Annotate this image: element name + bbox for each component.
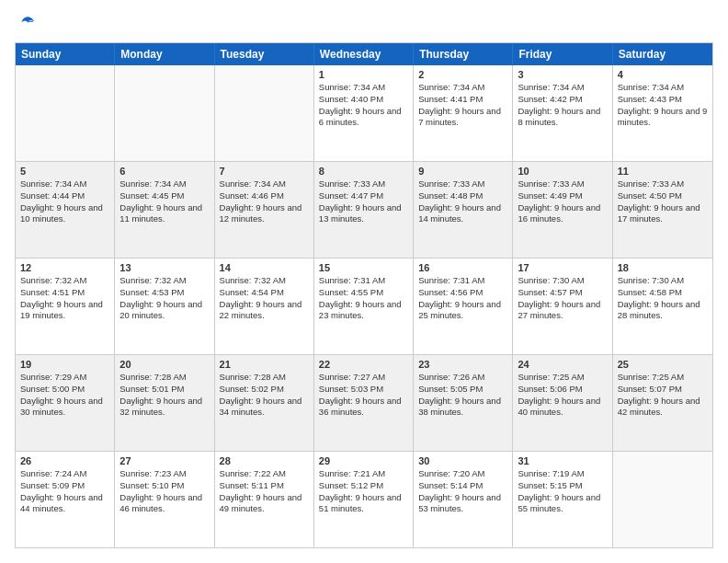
calendar-day-18: 18Sunrise: 7:30 AM Sunset: 4:58 PM Dayli… [613,259,712,354]
calendar-day-31: 31Sunrise: 7:19 AM Sunset: 5:15 PM Dayli… [513,452,612,547]
calendar-day-6: 6Sunrise: 7:34 AM Sunset: 4:45 PM Daylig… [115,162,214,258]
calendar-day-15: 15Sunrise: 7:31 AM Sunset: 4:55 PM Dayli… [314,259,414,354]
day-info: Sunrise: 7:33 AM Sunset: 4:47 PM Dayligh… [319,178,408,225]
day-info: Sunrise: 7:34 AM Sunset: 4:45 PM Dayligh… [119,178,209,225]
calendar-day-19: 19Sunrise: 7:29 AM Sunset: 5:00 PM Dayli… [16,355,115,451]
header-cell-tuesday: Tuesday [215,43,314,65]
calendar-day-1: 1Sunrise: 7:34 AM Sunset: 4:40 PM Daylig… [314,65,414,161]
calendar-day-13: 13Sunrise: 7:32 AM Sunset: 4:53 PM Dayli… [115,259,214,354]
day-number: 4 [618,69,708,80]
calendar-day-25: 25Sunrise: 7:25 AM Sunset: 5:07 PM Dayli… [613,355,712,451]
day-info: Sunrise: 7:34 AM Sunset: 4:42 PM Dayligh… [518,82,607,129]
calendar-day-9: 9Sunrise: 7:33 AM Sunset: 4:48 PM Daylig… [414,162,513,258]
day-number: 8 [319,166,408,177]
calendar-header-row: SundayMondayTuesdayWednesdayThursdayFrid… [16,43,712,65]
calendar-day-24: 24Sunrise: 7:25 AM Sunset: 5:06 PM Dayli… [513,355,612,451]
calendar-day-20: 20Sunrise: 7:28 AM Sunset: 5:01 PM Dayli… [115,355,214,451]
day-info: Sunrise: 7:31 AM Sunset: 4:55 PM Dayligh… [319,275,408,322]
calendar-empty-cell [115,65,214,161]
day-number: 28 [220,455,309,466]
day-info: Sunrise: 7:26 AM Sunset: 5:05 PM Dayligh… [418,372,507,419]
day-number: 7 [220,166,309,177]
header-cell-wednesday: Wednesday [314,43,414,65]
day-info: Sunrise: 7:20 AM Sunset: 5:14 PM Dayligh… [418,468,507,515]
day-number: 10 [518,166,607,177]
day-number: 24 [518,359,607,370]
day-info: Sunrise: 7:32 AM Sunset: 4:53 PM Dayligh… [119,275,209,322]
day-number: 6 [119,166,209,177]
day-number: 18 [618,262,708,273]
calendar-day-2: 2Sunrise: 7:34 AM Sunset: 4:41 PM Daylig… [414,65,513,161]
calendar-week-3: 12Sunrise: 7:32 AM Sunset: 4:51 PM Dayli… [16,258,712,354]
day-number: 29 [319,455,408,466]
calendar-day-26: 26Sunrise: 7:24 AM Sunset: 5:09 PM Dayli… [16,452,115,547]
header-cell-friday: Friday [513,43,612,65]
calendar-day-5: 5Sunrise: 7:34 AM Sunset: 4:44 PM Daylig… [16,162,115,258]
day-number: 1 [319,69,408,80]
header-cell-monday: Monday [115,43,214,65]
day-info: Sunrise: 7:34 AM Sunset: 4:46 PM Dayligh… [220,178,309,225]
page: SundayMondayTuesdayWednesdayThursdayFrid… [0,0,728,563]
calendar-day-7: 7Sunrise: 7:34 AM Sunset: 4:46 PM Daylig… [215,162,314,258]
day-info: Sunrise: 7:29 AM Sunset: 5:00 PM Dayligh… [20,372,109,419]
header-cell-sunday: Sunday [16,43,115,65]
calendar-week-5: 26Sunrise: 7:24 AM Sunset: 5:09 PM Dayli… [16,451,712,547]
calendar-day-11: 11Sunrise: 7:33 AM Sunset: 4:50 PM Dayli… [613,162,712,258]
day-info: Sunrise: 7:30 AM Sunset: 4:57 PM Dayligh… [518,275,607,322]
calendar-day-3: 3Sunrise: 7:34 AM Sunset: 4:42 PM Daylig… [513,65,612,161]
day-info: Sunrise: 7:33 AM Sunset: 4:50 PM Dayligh… [618,178,708,225]
calendar-empty-cell [613,452,712,547]
calendar-day-12: 12Sunrise: 7:32 AM Sunset: 4:51 PM Dayli… [16,259,115,354]
day-info: Sunrise: 7:25 AM Sunset: 5:06 PM Dayligh… [518,372,607,419]
day-info: Sunrise: 7:28 AM Sunset: 5:02 PM Dayligh… [220,372,309,419]
calendar-day-29: 29Sunrise: 7:21 AM Sunset: 5:12 PM Dayli… [314,452,414,547]
day-info: Sunrise: 7:19 AM Sunset: 5:15 PM Dayligh… [518,468,607,515]
day-number: 30 [418,455,507,466]
day-info: Sunrise: 7:34 AM Sunset: 4:43 PM Dayligh… [618,82,708,129]
logo-bird-icon [17,13,35,31]
day-number: 9 [418,166,507,177]
calendar-day-14: 14Sunrise: 7:32 AM Sunset: 4:54 PM Dayli… [215,259,314,354]
day-info: Sunrise: 7:23 AM Sunset: 5:10 PM Dayligh… [119,468,209,515]
day-number: 2 [418,69,507,80]
day-info: Sunrise: 7:34 AM Sunset: 4:41 PM Dayligh… [418,82,507,129]
calendar-day-30: 30Sunrise: 7:20 AM Sunset: 5:14 PM Dayli… [414,452,513,547]
day-info: Sunrise: 7:34 AM Sunset: 4:40 PM Dayligh… [319,82,408,129]
day-info: Sunrise: 7:32 AM Sunset: 4:51 PM Dayligh… [20,275,109,322]
day-number: 17 [518,262,607,273]
calendar-day-21: 21Sunrise: 7:28 AM Sunset: 5:02 PM Dayli… [215,355,314,451]
day-info: Sunrise: 7:24 AM Sunset: 5:09 PM Dayligh… [20,468,109,515]
calendar-day-10: 10Sunrise: 7:33 AM Sunset: 4:49 PM Dayli… [513,162,612,258]
calendar-empty-cell [16,65,115,161]
logo [15,15,35,33]
day-info: Sunrise: 7:28 AM Sunset: 5:01 PM Dayligh… [119,372,209,419]
calendar-day-28: 28Sunrise: 7:22 AM Sunset: 5:11 PM Dayli… [215,452,314,547]
header [15,15,713,33]
day-number: 16 [418,262,507,273]
day-info: Sunrise: 7:27 AM Sunset: 5:03 PM Dayligh… [319,372,408,419]
calendar-week-4: 19Sunrise: 7:29 AM Sunset: 5:00 PM Dayli… [16,354,712,451]
calendar-day-16: 16Sunrise: 7:31 AM Sunset: 4:56 PM Dayli… [414,259,513,354]
day-info: Sunrise: 7:21 AM Sunset: 5:12 PM Dayligh… [319,468,408,515]
day-number: 19 [20,359,109,370]
calendar-day-23: 23Sunrise: 7:26 AM Sunset: 5:05 PM Dayli… [414,355,513,451]
calendar: SundayMondayTuesdayWednesdayThursdayFrid… [15,42,713,548]
day-number: 13 [119,262,209,273]
calendar-day-27: 27Sunrise: 7:23 AM Sunset: 5:10 PM Dayli… [115,452,214,547]
day-number: 23 [418,359,507,370]
day-number: 25 [618,359,708,370]
day-info: Sunrise: 7:34 AM Sunset: 4:44 PM Dayligh… [20,178,109,225]
calendar-day-22: 22Sunrise: 7:27 AM Sunset: 5:03 PM Dayli… [314,355,414,451]
calendar-body: 1Sunrise: 7:34 AM Sunset: 4:40 PM Daylig… [16,65,712,547]
day-info: Sunrise: 7:22 AM Sunset: 5:11 PM Dayligh… [220,468,309,515]
day-info: Sunrise: 7:33 AM Sunset: 4:48 PM Dayligh… [418,178,507,225]
day-info: Sunrise: 7:30 AM Sunset: 4:58 PM Dayligh… [618,275,708,322]
day-number: 26 [20,455,109,466]
day-number: 31 [518,455,607,466]
day-info: Sunrise: 7:32 AM Sunset: 4:54 PM Dayligh… [220,275,309,322]
day-number: 15 [319,262,408,273]
day-number: 14 [220,262,309,273]
day-number: 12 [20,262,109,273]
day-number: 3 [518,69,607,80]
day-number: 22 [319,359,408,370]
